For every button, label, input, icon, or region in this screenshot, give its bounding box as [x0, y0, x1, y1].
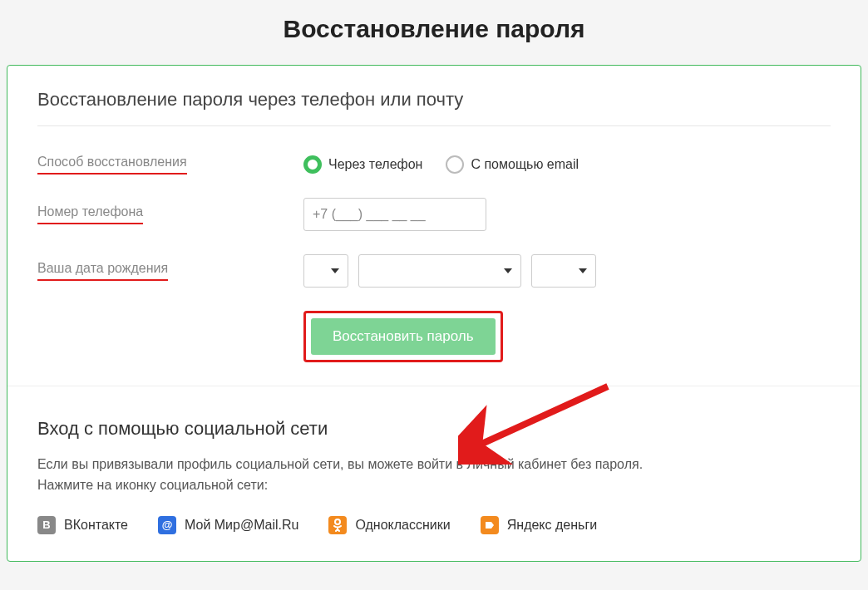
dob-year-select[interactable]	[531, 254, 596, 288]
radio-unselected-icon	[446, 155, 464, 174]
submit-highlight-box: Восстановить пароль	[303, 311, 503, 362]
row-method: Способ восстановления Через телефон С по…	[37, 155, 831, 175]
radio-email[interactable]: С помощью email	[446, 155, 579, 174]
ok-icon	[328, 516, 347, 534]
label-dob: Ваша дата рождения	[37, 261, 303, 281]
social-yandex[interactable]: Яндекс деньги	[481, 516, 597, 534]
yandex-money-icon	[481, 516, 499, 534]
social-ok-label: Одноклассники	[355, 518, 450, 533]
label-method: Способ восстановления	[37, 155, 303, 175]
radio-email-label: С помощью email	[471, 157, 579, 172]
recovery-card: Восстановление пароля через телефон или …	[7, 65, 861, 562]
radio-phone[interactable]: Через телефон	[303, 155, 422, 174]
radio-phone-label: Через телефон	[328, 157, 422, 172]
chevron-down-icon	[579, 268, 587, 273]
page-title: Восстановление пароля	[7, 15, 861, 43]
dob-day-select[interactable]	[303, 254, 348, 288]
row-dob: Ваша дата рождения	[37, 254, 831, 288]
mailru-icon: @	[158, 516, 176, 534]
svg-point-1	[335, 519, 340, 524]
phone-input[interactable]	[303, 198, 486, 231]
social-title: Вход с помощью социальной сети	[37, 418, 831, 440]
social-ok[interactable]: Одноклассники	[328, 516, 450, 534]
submit-button[interactable]: Восстановить пароль	[311, 318, 496, 355]
dob-month-select[interactable]	[358, 254, 521, 288]
form-title: Восстановление пароля через телефон или …	[37, 89, 831, 111]
social-mailru-label: Мой Мир@Mail.Ru	[185, 518, 298, 533]
social-vk-label: ВКонтакте	[64, 518, 128, 533]
vk-icon: B	[37, 516, 56, 534]
radio-selected-icon	[303, 155, 322, 174]
divider	[37, 125, 831, 126]
row-phone: Номер телефона	[37, 198, 831, 231]
social-yandex-label: Яндекс деньги	[507, 518, 597, 533]
chevron-down-icon	[331, 268, 339, 273]
social-mailru[interactable]: @ Мой Мир@Mail.Ru	[158, 516, 298, 534]
label-phone: Номер телефона	[37, 204, 303, 224]
social-vk[interactable]: B ВКонтакте	[37, 516, 128, 534]
social-description: Если вы привязывали профиль социальной с…	[37, 455, 831, 496]
chevron-down-icon	[504, 268, 512, 273]
